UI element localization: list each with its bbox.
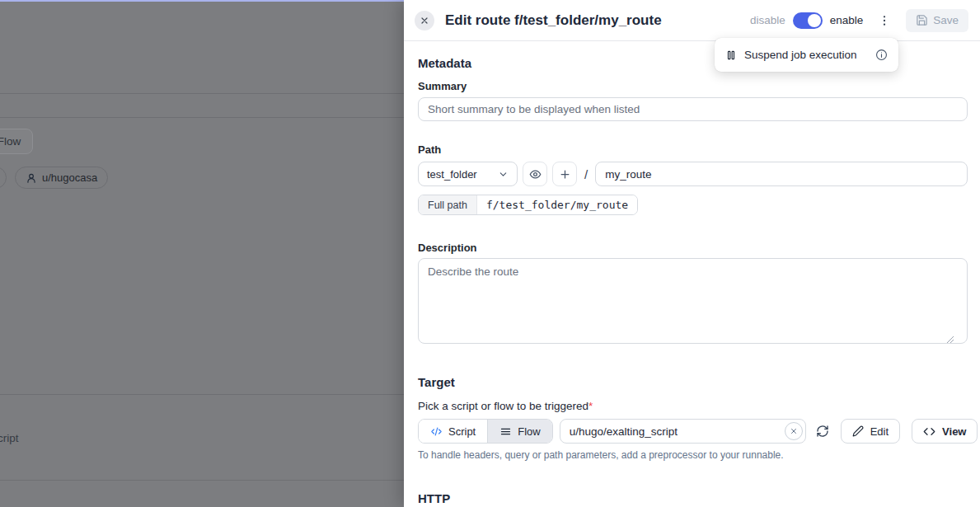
plus-icon <box>559 168 571 181</box>
add-folder-button[interactable] <box>552 162 577 186</box>
disable-label: disable <box>750 14 785 26</box>
user-icon <box>26 172 37 184</box>
toggle-knob <box>808 14 821 27</box>
path-separator: / <box>582 167 590 181</box>
tab-flow-label: Flow <box>518 425 540 438</box>
drawer-title: Edit route f/test_folder/my_route <box>445 12 662 29</box>
backdrop-top-accent <box>0 0 404 2</box>
runnable-picker <box>560 419 806 444</box>
tab-script[interactable]: Script <box>419 420 487 443</box>
folder-select[interactable]: test_folder <box>418 162 518 186</box>
save-icon <box>916 14 928 26</box>
full-path-group: Full path f/test_folder/my_route <box>418 195 638 215</box>
full-path-label: Full path <box>419 195 477 214</box>
view-folder-button[interactable] <box>523 162 547 186</box>
info-icon[interactable] <box>875 49 888 61</box>
save-label: Save <box>933 14 959 26</box>
required-asterisk: * <box>588 400 593 412</box>
path-row: test_folder / <box>418 162 968 186</box>
edit-label: Edit <box>870 425 889 438</box>
eye-icon <box>529 168 542 181</box>
description-label: Description <box>418 242 968 254</box>
backdrop-user-label: u/hugocasa <box>42 171 97 184</box>
clear-runnable-button[interactable] <box>785 422 803 440</box>
description-wrap <box>418 254 968 347</box>
preprocessor-helper-text: To handle headers, query or path paramet… <box>418 449 968 461</box>
header-controls: disable enable Save <box>750 9 968 32</box>
drawer-header: Edit route f/test_folder/my_route disabl… <box>404 0 980 41</box>
summary-label: Summary <box>418 80 968 92</box>
route-name-input[interactable] <box>595 162 968 186</box>
refresh-runnables-button[interactable] <box>816 420 829 442</box>
full-path-value: f/test_folder/my_route <box>477 195 637 214</box>
save-button[interactable]: Save <box>906 9 968 32</box>
path-label: Path <box>418 143 968 156</box>
pencil-icon <box>852 425 864 437</box>
flow-lines-icon <box>499 425 512 438</box>
pause-icon <box>725 49 737 61</box>
runnable-path-input[interactable] <box>560 419 806 444</box>
backdrop-user-badge[interactable]: u/hugocasa <box>15 167 108 189</box>
summary-input[interactable] <box>418 97 968 121</box>
edit-route-drawer: Edit route f/test_folder/my_route disabl… <box>404 0 980 507</box>
enable-toggle[interactable] <box>793 12 823 29</box>
description-textarea[interactable] <box>418 258 968 344</box>
picker-label-text: Pick a script or flow to be triggered <box>418 400 588 412</box>
options-menu: Suspend job execution <box>715 38 898 72</box>
tab-script-label: Script <box>448 425 476 438</box>
picker-label: Pick a script or flow to be triggered* <box>418 400 968 412</box>
folder-select-value: test_folder <box>427 168 498 181</box>
target-heading: Target <box>418 375 968 389</box>
suspend-job-menu-item[interactable]: Suspend job execution <box>744 49 868 61</box>
backdrop-divider <box>0 480 404 481</box>
tab-flow[interactable]: Flow <box>487 420 551 443</box>
kebab-icon <box>878 14 891 27</box>
backdrop-script-text: cript <box>0 432 19 444</box>
backdrop-flow-label: /Flow <box>0 135 21 148</box>
code-icon <box>430 425 443 438</box>
view-label: View <box>942 425 966 438</box>
more-options-button[interactable] <box>874 12 894 29</box>
view-runnable-button[interactable]: View <box>912 419 978 444</box>
enable-label: enable <box>830 14 864 26</box>
http-heading: HTTP <box>418 491 968 505</box>
chevron-down-icon <box>498 169 509 180</box>
runnable-kind-toggle: Script Flow <box>418 419 553 444</box>
refresh-icon <box>816 425 829 438</box>
edit-runnable-button[interactable]: Edit <box>841 419 900 444</box>
target-row: Script Flow <box>418 419 968 444</box>
x-icon <box>790 427 798 435</box>
code-brackets-icon <box>923 425 935 438</box>
backdrop-flow-toggle[interactable]: /Flow <box>0 129 33 154</box>
backdrop-divider <box>0 117 404 118</box>
backdrop-partial-badge[interactable] <box>0 167 7 189</box>
close-button[interactable] <box>415 11 434 31</box>
backdrop-divider <box>0 394 404 395</box>
drawer-content: Metadata Summary Path test_folder / <box>404 41 980 507</box>
close-icon <box>420 16 429 26</box>
backdrop-divider <box>0 93 404 94</box>
backdrop-overlay[interactable]: /Flow u/hugocasa cript <box>0 0 404 507</box>
